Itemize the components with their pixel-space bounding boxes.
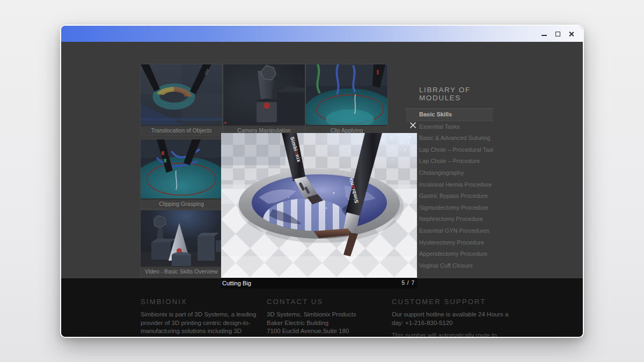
library-list: Basic Skills Essential Tasks Basic & Adv…: [406, 108, 493, 271]
thumbnail-clipping-grasping[interactable]: [141, 139, 222, 198]
minimize-icon: [541, 35, 547, 36]
maximize-button[interactable]: [553, 29, 562, 38]
footer-heading: SIMBIONIX: [141, 298, 270, 306]
lightbox-counter: 5 / 7: [402, 278, 415, 289]
sidebar-item-gastric-bypass[interactable]: Gastric Bypass Procedure: [406, 190, 493, 202]
lightbox-close-button[interactable]: [408, 120, 418, 130]
footer-line: 7100 Euclid Avenue,Suite 180: [267, 327, 387, 336]
sidebar-item-incisional-hernia[interactable]: Incisional Hernia Procedure: [406, 179, 493, 191]
thumbnail-video-basic-skills[interactable]: [141, 210, 222, 266]
close-icon: [568, 31, 574, 37]
browser-window: Translocation of Objects: [60, 25, 584, 338]
window-controls: [540, 29, 583, 38]
minimize-button[interactable]: [540, 29, 548, 38]
close-button[interactable]: [567, 29, 575, 38]
thumbnail-caption: Translocation of Objects: [141, 125, 222, 135]
sidebar-item-suturing[interactable]: Basic & Advanced Suturing: [406, 132, 493, 144]
footer-heading: CUSTOMER SUPPORT: [392, 298, 526, 306]
thumbnail-translocation-of-objects[interactable]: [141, 64, 222, 125]
footer-line: Baker Electric Building: [267, 319, 387, 328]
footer-line: This number will automatically route to: [392, 331, 526, 338]
thumbnail-clip-applying[interactable]: [306, 64, 387, 125]
footer-line: provider of 3D printing centric design-t…: [141, 319, 270, 328]
sidebar-item-basic-skills[interactable]: Basic Skills: [406, 108, 493, 121]
lightbox-caption-bar: Cutting Big 5 / 7: [221, 278, 417, 289]
sidebar-item-sigmoidectomy[interactable]: Sigmoidectomy Procedure: [406, 202, 493, 214]
footer-line: Simbionix is part of 3D Systems, a leadi…: [141, 311, 270, 319]
sidebar-item-appendectomy[interactable]: Appendectomy Procedure: [406, 248, 493, 260]
maximize-icon: [555, 32, 560, 36]
thumbnail-camera-manipulation[interactable]: [223, 64, 305, 125]
library-of-modules-panel: LIBRARY OF MODULES Basic Skills Essentia…: [406, 42, 493, 271]
window-titlebar: [61, 26, 583, 42]
footer-line: day: +1-216-830-5120: [392, 319, 526, 328]
footer-heading: CONTACT US: [267, 298, 387, 306]
sidebar-item-lap-chole-tasks[interactable]: Lap Chole – Procedural Tasks: [406, 144, 493, 156]
sidebar-item-lap-chole-procedure[interactable]: Lap Chole – Procedure: [406, 156, 493, 167]
thumbnail-caption: Clipping Grasping: [141, 198, 222, 209]
sidebar-item-vaginal-cuff[interactable]: Vaginal Cuff Closure: [406, 260, 493, 272]
sidebar-item-hysterectomy[interactable]: Hysterectomy Procedure: [406, 237, 493, 249]
footer-line: 3D Systems, Simbionix Products: [267, 311, 387, 319]
module-tile[interactable]: Video - Basic Skills Overview: [141, 210, 222, 276]
module-tile[interactable]: Translocation of Objects: [141, 64, 222, 135]
sidebar-item-essential-tasks[interactable]: Essential Tasks: [406, 121, 493, 133]
module-tile[interactable]: Camera Manipulation: [223, 64, 305, 135]
thumbnail-caption: Video - Basic Skills Overview: [141, 266, 222, 276]
sidebar-item-cholangiography[interactable]: Cholangiography: [406, 167, 493, 179]
footer-line: manufacturing solutions including 3D: [141, 327, 270, 336]
footer-line: Our support hotline is available 24 Hour…: [392, 311, 526, 319]
module-tile[interactable]: Clip Applying: [306, 64, 387, 135]
sidebar-item-essential-gyn[interactable]: Essential GYN Procedures: [406, 225, 493, 237]
library-title: LIBRARY OF MODULES: [419, 86, 493, 102]
close-icon: [409, 122, 416, 129]
module-tile[interactable]: Clipping Grasping: [141, 139, 222, 209]
lightbox-image-cutting-big[interactable]: Simbionix Simbionix: [221, 133, 417, 278]
sidebar-item-nephrectomy[interactable]: Nephrectomy Procedure: [406, 213, 493, 225]
lightbox: Simbionix Simbionix Cutting Big 5 / 7: [221, 133, 417, 289]
lightbox-caption: Cutting Big: [222, 278, 251, 289]
